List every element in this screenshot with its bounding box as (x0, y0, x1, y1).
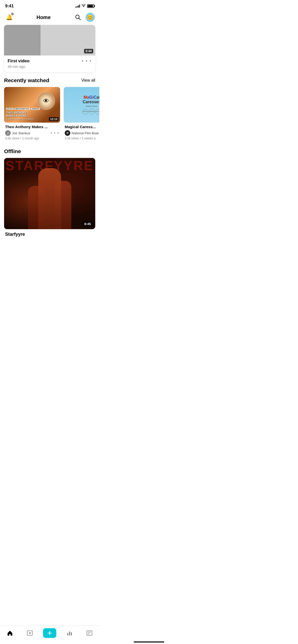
video-thumb-magical: MaGiCal Caresses Sweet Jesus ANNECY SOMM… (64, 87, 99, 123)
first-video-meta: 49 min ago (8, 65, 30, 69)
first-video-more-button[interactable]: • • • (82, 58, 92, 64)
recently-watched-scroll: DOC NYC NEW/ FILM NEXT FEST IFFBOSTON TH… (0, 87, 99, 142)
top-nav: 🔔 Home 😊 (0, 11, 99, 25)
search-icon (75, 14, 81, 20)
bell-button[interactable]: 🔔 (5, 13, 14, 22)
offline-card-wrapper[interactable]: STARFYYRE 8:45 Starfyyre (4, 158, 95, 237)
magical-card-title: Magical Caress... (65, 125, 99, 129)
video-card-magical[interactable]: MaGiCal Caresses Sweet Jesus ANNECY SOMM… (64, 87, 99, 141)
magical-content: MaGiCal Caresses Sweet Jesus ANNECY SOMM… (83, 95, 99, 114)
section-header: Recently watched View all (4, 77, 95, 83)
people-silhouettes (4, 158, 95, 229)
theo-author-row: J Joe Stankus • • • (5, 130, 59, 136)
first-video-title: First video (8, 58, 30, 64)
page-title: Home (36, 14, 51, 20)
theo-author-avatar: J (5, 130, 11, 136)
magical-title-blue1: G (89, 95, 92, 99)
theo-author: J Joe Stankus (5, 130, 30, 136)
theo-badge-docnyc: DOC NYC (6, 108, 13, 110)
magical-title-rest1: al (97, 95, 99, 99)
view-all-button[interactable]: View all (81, 78, 95, 83)
search-button[interactable] (73, 13, 83, 22)
magical-author-name: National Film Boar (72, 131, 99, 135)
nav-right: 😊 (73, 13, 95, 22)
magical-title-red1: Ma (84, 95, 89, 99)
magical-awards: ANNECY SOMMETS ROCKIE (83, 109, 99, 114)
first-video-info: First video 49 min ago • • • (4, 55, 95, 72)
thumb-left (4, 25, 40, 55)
award-badge-rockie: ROCKIE (95, 109, 99, 114)
theo-stats: 4.6k views • 1 month ago (5, 137, 59, 140)
offline-duration-badge: 8:45 (83, 221, 93, 227)
status-icons (75, 4, 94, 8)
theo-card-title: Theo Anthony Makes ... (5, 125, 59, 129)
magical-author-avatar: 👁 (65, 130, 70, 136)
magical-title-line2: Caresses (83, 100, 99, 104)
avatar[interactable]: 😊 (86, 13, 95, 22)
person-center (38, 168, 61, 229)
theo-more-button[interactable]: • • • (51, 131, 59, 135)
offline-section-title: Offline (4, 148, 95, 154)
magical-card-info: Magical Caress... 👁 National Film Boar 3… (64, 123, 99, 141)
magical-author-row: 👁 National Film Boar (65, 130, 99, 136)
theo-badge-iffboston: IFFBOSTON (31, 108, 40, 110)
notification-dot (11, 12, 14, 16)
signal-bars-icon (75, 5, 80, 8)
recently-watched-title: Recently watched (4, 77, 49, 83)
magical-stats: 3.5k views • 2 weeks a (65, 137, 99, 140)
battery-icon (87, 4, 94, 8)
magical-author: 👁 National Film Boar (65, 130, 99, 136)
magical-title-blue2: C (93, 95, 97, 99)
first-video-thumbnail: 0:44 (4, 25, 95, 55)
recently-watched-section: Recently watched View all DOC NYC NEW/ F… (0, 77, 99, 142)
offline-section: Offline STARFYYRE 8:45 Starfyyre (0, 148, 99, 237)
award-badge-annecy: ANNECY (83, 109, 88, 114)
theo-duration-badge: 12:13 (49, 117, 59, 121)
magical-thumbnail-bg: MaGiCal Caresses Sweet Jesus ANNECY SOMM… (64, 87, 99, 123)
magical-title-text: MaGiCal Caresses (83, 95, 99, 104)
video-card-theo[interactable]: DOC NYC NEW/ FILM NEXT FEST IFFBOSTON TH… (4, 87, 60, 141)
wifi-icon (82, 4, 86, 8)
offline-card: STARFYYRE 8:45 (4, 158, 95, 229)
first-video-text: First video 49 min ago (8, 58, 30, 69)
award-badge-sommets: SOMMETS (89, 109, 94, 114)
status-bar: 9:41 (0, 0, 99, 11)
first-video-card[interactable]: 0:44 First video 49 min ago • • • (4, 25, 95, 72)
peephole-eye-icon: 👁 (43, 97, 49, 105)
svg-line-1 (79, 18, 80, 20)
theo-badge-newfilm: NEW/ FILM NEXT FEST (15, 108, 30, 110)
magical-subtitle-text: Sweet Jesus (83, 105, 99, 107)
offline-card-title: Starfyyre (4, 229, 95, 237)
video-thumb-theo: DOC NYC NEW/ FILM NEXT FEST IFFBOSTON TH… (4, 87, 60, 123)
status-time: 9:41 (5, 4, 14, 9)
video-duration-badge: 0:44 (84, 49, 93, 53)
theo-subtitle-overlay: a short film by Joe Stankus (6, 118, 34, 120)
theo-author-name: Joe Stankus (12, 131, 30, 135)
peephole-visual: 👁 (37, 92, 55, 110)
theo-card-info: Theo Anthony Makes ... J Joe Stankus • •… (4, 123, 60, 141)
